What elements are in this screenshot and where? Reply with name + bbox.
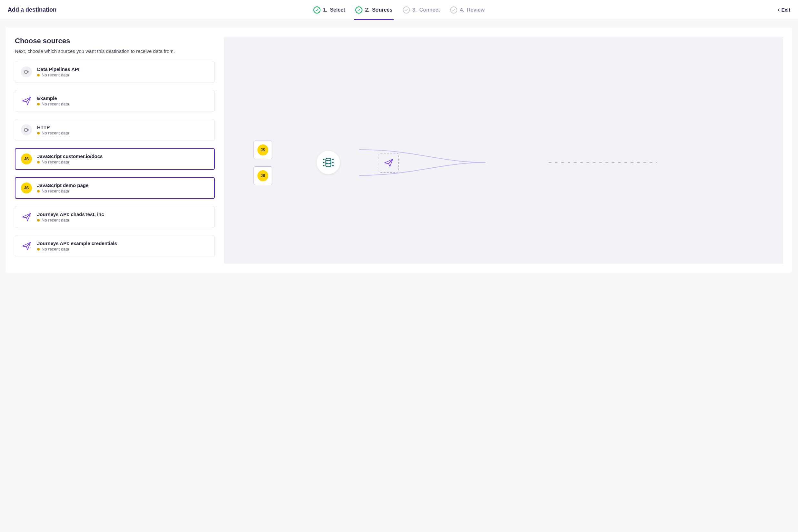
step-sources[interactable]: 2. Sources [354,0,393,20]
sources-panel: Choose sources Next, choose which source… [15,37,215,264]
source-item[interactable]: Data Pipelines API No recent data [15,61,215,83]
flow-diagram: JS JS [224,133,783,191]
diagram-hub-node [317,151,340,174]
status-dot-icon [37,103,40,106]
paper-plane-icon [384,158,393,168]
source-item[interactable]: Journeys API: example credentials No rec… [15,235,215,257]
source-item[interactable]: HTTP No recent data [15,119,215,141]
exit-link[interactable]: Exit [777,7,790,13]
diagram-panel: JS JS [224,37,783,264]
status-dot-icon [37,190,40,192]
step-num: 2. [365,7,369,13]
diagram-destination-node [379,153,399,173]
step-select[interactable]: 1. Select [312,0,347,20]
http-icon [21,66,32,77]
source-status: No recent data [37,159,103,165]
status-dot-icon [37,161,40,164]
svg-point-3 [323,159,324,160]
chevron-left-icon [777,8,780,12]
paper-plane-icon [21,211,32,223]
step-connect: 3. Connect [402,0,441,20]
step-review: 4. Review [449,0,486,20]
status-dot-icon [37,132,40,134]
status-dot-icon [37,219,40,222]
source-name: JavaScript demo page [37,183,88,188]
step-label: Select [330,7,345,13]
check-icon [403,6,410,14]
source-status: No recent data [37,73,79,77]
source-status: No recent data [37,247,117,251]
check-icon [355,6,363,14]
javascript-icon: JS [257,170,268,181]
step-label: Connect [419,7,440,13]
source-name: JavaScript customer.io/docs [37,153,103,159]
check-icon [314,6,321,14]
paper-plane-icon [21,241,32,251]
step-label: Review [467,7,484,13]
source-list: Data Pipelines API No recent data Exampl… [15,61,215,257]
status-dot-icon [37,74,40,76]
svg-point-8 [332,165,334,166]
exit-label: Exit [781,7,790,13]
top-bar: Add a destination 1. Select 2. Sources 3… [0,0,798,20]
step-num: 1. [323,7,328,13]
section-title: Choose sources [15,37,215,45]
status-dot-icon [37,248,40,250]
stepper: 1. Select 2. Sources 3. Connect 4. Revie… [312,0,486,20]
svg-point-5 [323,165,324,166]
database-icon [322,156,334,169]
step-label: Sources [372,7,392,13]
source-name: HTTP [37,125,69,130]
paper-plane-icon [21,95,32,107]
http-icon [21,125,32,135]
source-item[interactable]: JS JavaScript demo page No recent data [15,177,215,199]
source-item[interactable]: Example No recent data [15,90,215,112]
javascript-icon: JS [21,183,32,193]
svg-point-6 [332,159,334,160]
section-description: Next, choose which sources you want this… [15,49,215,54]
source-status: No recent data [37,189,88,193]
step-num: 4. [460,7,464,13]
diagram-source-node: JS [254,140,272,159]
page-body: Choose sources Next, choose which source… [0,20,798,281]
diagram-source-node: JS [254,166,272,185]
step-num: 3. [412,7,417,13]
source-status: No recent data [37,101,69,107]
source-status: No recent data [37,131,69,135]
source-name: Example [37,95,69,101]
source-name: Journeys API: chadsTest, inc [37,211,104,217]
svg-point-2 [326,158,331,161]
source-name: Data Pipelines API [37,66,79,72]
source-item[interactable]: Journeys API: chadsTest, inc No recent d… [15,206,215,228]
source-status: No recent data [37,217,104,223]
source-name: Journeys API: example credentials [37,241,117,246]
svg-point-7 [332,162,334,164]
svg-point-4 [323,162,324,164]
main-card: Choose sources Next, choose which source… [6,28,792,273]
javascript-icon: JS [257,145,268,155]
javascript-icon: JS [21,153,32,165]
source-item[interactable]: JS JavaScript customer.io/docs No recent… [15,148,215,170]
page-title: Add a destination [8,6,56,13]
check-icon [450,6,458,14]
